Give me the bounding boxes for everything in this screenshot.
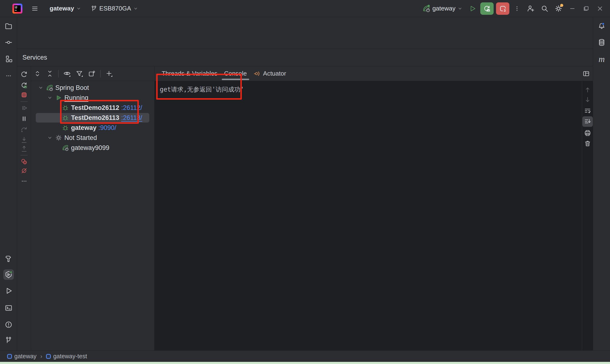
idea-window: IJ gateway ESB870GA [0, 0, 610, 364]
services-toolwindow-button[interactable] [3, 269, 14, 280]
tab-threads-variables[interactable]: Threads & Variables [158, 66, 221, 81]
git-toolwindow-button[interactable] [3, 335, 14, 345]
mute-breakpoints-button[interactable] [19, 165, 29, 176]
ellipsis-icon [5, 72, 12, 79]
ellipsis-icon [21, 178, 28, 185]
tree-row-gateway9099[interactable]: gateway9099 [31, 143, 154, 153]
toolbar-separator [21, 155, 28, 156]
code-with-me-button[interactable] [525, 2, 537, 15]
tab-console[interactable]: Console [221, 66, 250, 81]
git-branch-icon [90, 5, 97, 12]
tab-actuator[interactable]: Actuator [250, 66, 290, 81]
structure-toolwindow-button[interactable] [3, 54, 14, 64]
more-toolwindows-button[interactable] [3, 71, 14, 81]
soft-wrap-button[interactable] [582, 106, 593, 116]
notifications-button[interactable] [597, 21, 607, 31]
empty-editor-area [17, 17, 593, 49]
stop-processes-button[interactable]: 3 [496, 2, 509, 15]
debugger-tab-bar: Threads & Variables Console [155, 66, 593, 81]
tree-row-testdemo26113[interactable]: TestDemo26113 :26113/ [31, 113, 154, 123]
breadcrumb-submodule[interactable]: gateway-test [46, 353, 87, 360]
project-widget[interactable]: gateway [47, 3, 84, 14]
run-button[interactable] [466, 2, 479, 15]
chevron-down-icon[interactable] [47, 135, 53, 141]
next-occurrence-button[interactable] [582, 94, 593, 105]
open-in-new-tab-button[interactable] [86, 68, 97, 79]
filter-button[interactable] [74, 68, 85, 79]
left-tool-strip [0, 17, 17, 351]
collapse-all-button[interactable] [44, 68, 55, 79]
tree-row-not-started[interactable]: Not Started [31, 133, 154, 143]
prev-occurrence-button[interactable] [582, 85, 593, 95]
service-name: TestDemo26113 [71, 114, 119, 122]
service-port-link[interactable]: :26112/ [121, 104, 142, 112]
settings-button[interactable] [552, 2, 565, 15]
arrow-down-icon [584, 96, 591, 103]
window-close-button[interactable] [594, 2, 606, 15]
service-port-link[interactable]: :9090/ [98, 124, 116, 131]
breadcrumb-module[interactable]: gateway [7, 353, 37, 360]
close-icon [596, 5, 604, 13]
status-bar: gateway › gateway-test [0, 351, 610, 362]
tree-row-spring-boot[interactable]: Spring Boot [31, 83, 154, 93]
breadcrumb-label: gateway-test [53, 353, 87, 360]
services-panel-header: Services [17, 49, 593, 66]
project-toolwindow-button[interactable] [3, 21, 14, 31]
view-options-button[interactable] [62, 68, 72, 79]
service-name: gateway [71, 124, 97, 131]
mute-breakpoints-icon [20, 167, 28, 174]
step-over-button[interactable] [19, 124, 29, 135]
maven-toolwindow-button[interactable]: m [597, 54, 607, 64]
expand-all-button[interactable] [32, 68, 43, 79]
window-minimize-button[interactable] [566, 2, 579, 15]
rerun-debug-button[interactable] [480, 2, 494, 15]
open-new-tab-icon [88, 70, 96, 78]
play-icon [469, 5, 477, 13]
maven-icon: m [598, 54, 605, 64]
breadcrumb-separator-icon: › [39, 353, 43, 360]
pause-button[interactable] [19, 114, 29, 124]
spring-boot-icon [62, 144, 69, 152]
tree-row-testdemo26112[interactable]: TestDemo26112 :26112/ [31, 103, 154, 113]
run-toolwindow-button[interactable] [3, 286, 14, 296]
scroll-to-end-button[interactable] [582, 116, 593, 127]
chevron-down-icon[interactable] [38, 85, 44, 91]
step-out-button[interactable] [19, 144, 29, 154]
clear-console-button[interactable] [582, 138, 593, 149]
running-group-icon [55, 94, 63, 102]
project-name: gateway [50, 5, 74, 12]
service-port-link[interactable]: :26113/ [121, 114, 142, 122]
add-service-button[interactable] [104, 68, 114, 79]
minimize-icon [569, 5, 576, 13]
search-everywhere-button[interactable] [538, 2, 551, 15]
services-panel-title: Services [22, 54, 47, 61]
database-toolwindow-button[interactable] [597, 37, 607, 48]
more-actions-button[interactable] [511, 2, 523, 15]
commit-toolwindow-button[interactable] [3, 37, 14, 48]
terminal-toolwindow-button[interactable] [3, 303, 14, 313]
main-menu-button[interactable] [28, 3, 41, 14]
service-name: TestDemo26112 [71, 104, 119, 112]
layout-settings-button[interactable] [582, 70, 590, 78]
tree-row-running[interactable]: Running [31, 93, 154, 103]
build-toolwindow-button[interactable] [3, 253, 14, 264]
console-output: get请求,无参返回'访问成功' [155, 81, 582, 351]
rerun-debug-button[interactable] [19, 80, 29, 91]
debugger-more-button[interactable] [19, 176, 29, 186]
chevron-down-icon[interactable] [47, 95, 53, 101]
chevron-down-icon [76, 6, 81, 11]
hammer-icon [4, 255, 13, 263]
toolbar-separator [58, 70, 59, 78]
window-restore-button[interactable] [580, 2, 592, 15]
rerun-button[interactable] [19, 69, 29, 80]
tree-row-gateway[interactable]: gateway :9090/ [31, 123, 154, 133]
problems-toolwindow-button[interactable] [3, 319, 14, 330]
resume-button[interactable] [19, 103, 29, 113]
breadcrumb-label: gateway [14, 353, 37, 360]
run-configuration-selector[interactable]: gateway [420, 3, 465, 14]
vcs-branch-widget[interactable]: ESB870GA [88, 3, 141, 14]
intellij-logo-icon: IJ [13, 4, 22, 13]
stop-button[interactable] [19, 90, 29, 100]
tree-row-label: Not Started [64, 134, 97, 142]
print-button[interactable] [582, 128, 593, 138]
